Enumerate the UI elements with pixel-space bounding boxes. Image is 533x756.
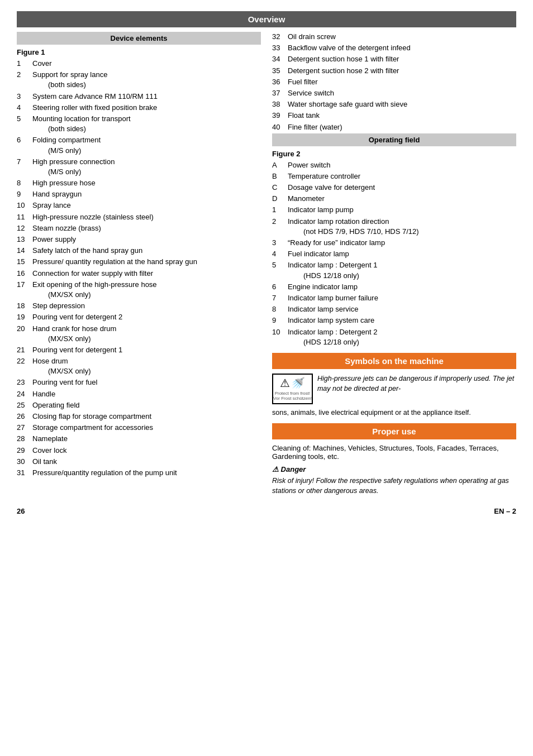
- item-number: 14: [17, 246, 32, 256]
- icon-vor-frost-label: Vor Frost schützen!: [273, 396, 312, 401]
- item-text: Oil drain screw: [288, 32, 516, 42]
- item-number: 21: [17, 345, 32, 355]
- list-item: 39Float tank: [272, 111, 516, 121]
- symbols-header: Symbols on the machine: [272, 353, 516, 369]
- item-text: System care Advance RM 110/RM 111: [32, 92, 261, 102]
- item-sub-text: (both sides): [32, 124, 261, 134]
- item-number: 20: [17, 324, 32, 344]
- item-number: 6: [17, 135, 32, 155]
- item-number: 18: [17, 301, 32, 311]
- item-text: Indicator lamp rotation direction(not HD…: [288, 217, 516, 237]
- item-number: 7: [272, 293, 288, 303]
- item-number: 15: [17, 257, 32, 267]
- item-text: Hand spraygun: [32, 189, 261, 199]
- item-number: 4: [272, 249, 288, 259]
- item-number: 7: [17, 157, 32, 177]
- item-number: 30: [17, 457, 32, 467]
- operating-field-header: Operating field: [272, 133, 516, 146]
- list-item: 24Handle: [17, 389, 261, 399]
- item-text: Indicator lamp : Detergent 1(HDS 12/18 o…: [288, 260, 516, 280]
- list-item: 19Pouring vent for detergent 2: [17, 312, 261, 322]
- item-number: 5: [272, 260, 288, 280]
- item-number: B: [272, 171, 288, 181]
- item-number: 12: [17, 223, 32, 233]
- item-text: Operating field: [32, 400, 261, 410]
- item-sub-text: (MX/SX only): [32, 290, 261, 300]
- item-number: 27: [17, 423, 32, 433]
- list-item: 28Nameplate: [17, 434, 261, 444]
- item-text: Hose drum(MX/SX only): [32, 356, 261, 376]
- item-text: Power switch: [288, 160, 516, 170]
- list-item: 2Indicator lamp rotation direction(not H…: [272, 217, 516, 237]
- item-number: 2: [17, 70, 32, 90]
- item-text: Spray lance: [32, 200, 261, 210]
- list-item: 7Indicator lamp burner failure: [272, 293, 516, 303]
- list-item: 3System care Advance RM 110/RM 111: [17, 92, 261, 102]
- item-text: Hand crank for hose drum(MX/SX only): [32, 324, 261, 344]
- figure1-label: Figure 1: [17, 48, 261, 56]
- item-text: Detergent suction hose 1 with filter: [288, 54, 516, 64]
- item-number: 9: [17, 189, 32, 199]
- item-number: 33: [272, 43, 288, 53]
- device-elements-header: Device elements: [17, 32, 261, 45]
- item-text: Dosage valve for detergent: [288, 183, 516, 193]
- item-text: Detergent suction hose 2 with filter: [288, 66, 516, 76]
- proper-use-text: Cleaning of: Machines, Vehicles, Structu…: [272, 444, 516, 461]
- list-item: 5Indicator lamp : Detergent 1(HDS 12/18 …: [272, 260, 516, 280]
- list-item: APower switch: [272, 160, 516, 170]
- item-text: Closing flap for storage compartment: [32, 412, 261, 422]
- list-item: 3“Ready for use” indicator lamp: [272, 238, 516, 248]
- list-item: 38Water shortage safe guard with sieve: [272, 99, 516, 109]
- item-number: 35: [272, 66, 288, 76]
- item-sub-text: (HDS 12/18 only): [288, 337, 516, 347]
- item-number: 22: [17, 356, 32, 376]
- list-item: 1Cover: [17, 59, 261, 69]
- item-text: Storage compartment for accessories: [32, 423, 261, 433]
- danger-text: Risk of injury! Follow the respective sa…: [272, 476, 516, 496]
- list-item: 25Operating field: [17, 400, 261, 410]
- person-icon: 🚿: [291, 376, 305, 390]
- right-items-lower-list: APower switchBTemperature controllerCDos…: [272, 160, 516, 347]
- list-item: 22Hose drum(MX/SX only): [17, 356, 261, 376]
- item-text: High pressure hose: [32, 178, 261, 188]
- item-text: High-pressure nozzle (stainless steel): [32, 212, 261, 222]
- list-item: 8High pressure hose: [17, 178, 261, 188]
- item-text: Handle: [32, 389, 261, 399]
- item-number: 32: [272, 32, 288, 42]
- item-text: Pouring vent for detergent 2: [32, 312, 261, 322]
- right-items-upper-list: 32Oil drain screw33Backflow valve of the…: [272, 32, 516, 132]
- list-item: 34Detergent suction hose 1 with filter: [272, 54, 516, 64]
- list-item: 20Hand crank for hose drum(MX/SX only): [17, 324, 261, 344]
- item-text: Support for spray lance(both sides): [32, 70, 261, 90]
- item-sub-text: (HDS 12/18 only): [288, 271, 516, 281]
- list-item: 18Step depression: [17, 301, 261, 311]
- item-number: 25: [17, 400, 32, 410]
- item-text: Pressure/ quantity regulation at the han…: [32, 257, 261, 267]
- item-text: Cover lock: [32, 446, 261, 456]
- list-item: CDosage valve for detergent: [272, 183, 516, 193]
- item-number: 8: [272, 304, 288, 314]
- list-item: 7High pressure connection(M/S only): [17, 157, 261, 177]
- item-number: 1: [272, 205, 288, 215]
- list-item: 4Steering roller with fixed position bra…: [17, 103, 261, 113]
- item-text: Manometer: [288, 194, 516, 204]
- item-number: 34: [272, 54, 288, 64]
- proper-use-section: Cleaning of: Machines, Vehicles, Structu…: [272, 444, 516, 496]
- item-number: 10: [272, 327, 288, 347]
- item-number: 3: [17, 92, 32, 102]
- item-number: 31: [17, 468, 32, 478]
- item-text: Indicator lamp system care: [288, 315, 516, 326]
- item-number: 29: [17, 446, 32, 456]
- list-item: 15Pressure/ quantity regulation at the h…: [17, 257, 261, 267]
- item-number: C: [272, 183, 288, 193]
- list-item: 29Cover lock: [17, 446, 261, 456]
- item-text: High pressure connection(M/S only): [32, 157, 261, 177]
- figure2-label: Figure 2: [272, 150, 516, 158]
- list-item: 5Mounting location for transport(both si…: [17, 114, 261, 134]
- item-text: Indicator lamp pump: [288, 205, 516, 215]
- item-number: 8: [17, 178, 32, 188]
- list-item: 23Pouring vent for fuel: [17, 377, 261, 387]
- item-text: Pressure/quantity regulation of the pump…: [32, 468, 261, 478]
- list-item: 1Indicator lamp pump: [272, 205, 516, 215]
- item-text: Fuel filter: [288, 77, 516, 87]
